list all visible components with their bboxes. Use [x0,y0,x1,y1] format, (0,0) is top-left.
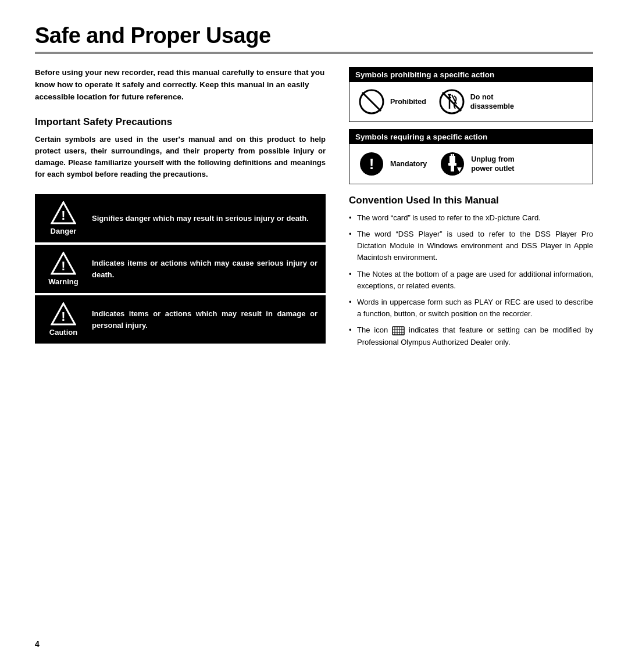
safety-precautions-heading: Important Safety Precautions [35,116,326,128]
prohibited-icon [358,88,386,116]
svg-rect-19 [451,154,452,157]
warning-box: ! Warning Indicates items or actions whi… [35,245,326,293]
svg-rect-22 [451,166,454,171]
dealer-icon [392,325,405,337]
symbols-prohibiting-box: Symbols prohibiting a specific action Pr… [349,67,593,122]
prohibited-item: Prohibited [358,88,426,116]
danger-icon-area: ! Danger [43,201,84,235]
unplug-label: Unplug frompower outlet [471,155,514,174]
svg-rect-21 [448,163,456,166]
mandatory-item: ! Mandatory [358,150,427,178]
mandatory-icon: ! [358,150,386,178]
left-column: Before using your new recorder, read thi… [35,67,326,353]
caution-box: ! Caution Indicates items or actions whi… [35,295,326,344]
mandatory-label: Mandatory [390,159,427,169]
symbols-prohibiting-header: Symbols prohibiting a specific action [349,67,593,82]
convention-list: The word “card” is used to refer to the … [349,212,593,348]
svg-text:!: ! [61,309,65,324]
danger-text: Signifies danger which may result in ser… [92,213,309,224]
safety-precautions-body: Certain symbols are used in the user's m… [35,134,326,181]
caution-label: Caution [49,328,77,337]
unplug-item: Unplug frompower outlet [438,150,514,178]
caution-text: Indicates items or actions which may res… [92,308,317,331]
svg-rect-20 [453,154,455,157]
intro-text: Before using your new recorder, read thi… [35,67,326,103]
do-not-disassemble-label: Do notdisassemble [470,92,514,112]
caution-icon-area: ! Caution [43,302,84,337]
symbols-requiring-box: Symbols requiring a specific action ! Ma… [349,129,593,184]
warning-icon-area: ! Warning [43,252,84,286]
convention-heading: Convention Used In this Manual [349,195,593,206]
convention-bullet-4: Words in uppercase form such as PLAY or … [349,296,593,320]
convention-bullet-5: The icon indicates that feature or setti… [349,324,593,348]
warning-triangle-icon: ! [51,252,76,275]
danger-triangle-icon: ! [51,201,76,224]
svg-rect-24 [392,327,404,335]
unplug-icon [438,150,466,178]
convention-bullet-3: The Notes at the bottom of a page are us… [349,269,593,292]
caution-triangle-icon: ! [51,302,76,326]
prohibited-label: Prohibited [390,97,426,106]
convention-bullet-1: The word “card” is used to refer to the … [349,212,593,224]
danger-box: ! Danger Signifies danger which may resu… [35,194,326,242]
convention-bullet-2: The word “DSS Player” is used to refer t… [349,228,593,263]
warning-boxes: ! Danger Signifies danger which may resu… [35,194,326,346]
page-number: 4 [35,639,40,649]
svg-text:!: ! [61,208,65,223]
svg-text:!: ! [61,259,65,273]
svg-rect-18 [449,156,455,163]
symbols-requiring-header: Symbols requiring a specific action [349,130,593,144]
do-not-disassemble-icon [438,88,466,116]
danger-label: Danger [51,227,77,235]
svg-line-7 [362,92,381,111]
warning-text: Indicates items or actions which may cau… [92,258,317,280]
page-title: Safe and Proper Usage [35,23,593,48]
symbols-requiring-content: ! Mandatory [349,144,593,184]
title-rule [35,52,593,54]
symbols-prohibiting-content: Prohibited [349,82,593,121]
right-column: Symbols prohibiting a specific action Pr… [349,67,593,353]
warning-label: Warning [48,277,78,286]
do-not-disassemble-item: Do notdisassemble [438,88,514,116]
svg-text:!: ! [369,155,374,173]
